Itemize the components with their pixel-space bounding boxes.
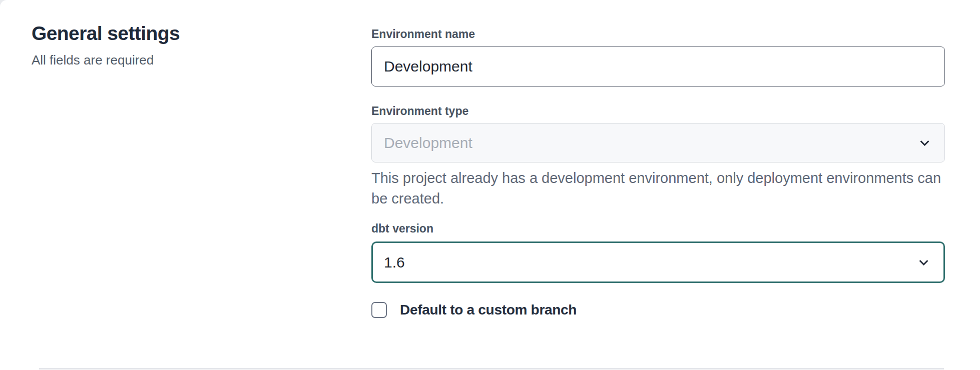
environment-type-label: Environment type xyxy=(371,104,468,118)
dbt-version-select[interactable]: 1.6 xyxy=(371,242,945,283)
settings-card: General settings All fields are required… xyxy=(0,0,980,370)
chevron-down-icon xyxy=(918,136,931,150)
custom-branch-label[interactable]: Default to a custom branch xyxy=(400,302,577,318)
section-header: General settings All fields are required xyxy=(32,22,312,68)
section-title: General settings xyxy=(32,22,312,45)
chevron-down-icon xyxy=(917,256,930,269)
general-settings-form: Environment name Environment type Develo… xyxy=(371,0,945,370)
environment-type-value: Development xyxy=(384,136,472,150)
custom-branch-checkbox-row[interactable]: Default to a custom branch xyxy=(371,302,577,318)
section-divider xyxy=(39,368,944,370)
custom-branch-checkbox[interactable] xyxy=(371,302,387,318)
environment-name-input[interactable] xyxy=(371,46,945,86)
section-subtitle: All fields are required xyxy=(32,52,312,68)
environment-name-label: Environment name xyxy=(371,27,475,41)
dbt-version-label: dbt version xyxy=(371,222,433,236)
environment-type-helper: This project already has a development e… xyxy=(371,168,945,209)
environment-type-select: Development xyxy=(371,123,945,162)
dbt-version-value: 1.6 xyxy=(384,255,405,270)
